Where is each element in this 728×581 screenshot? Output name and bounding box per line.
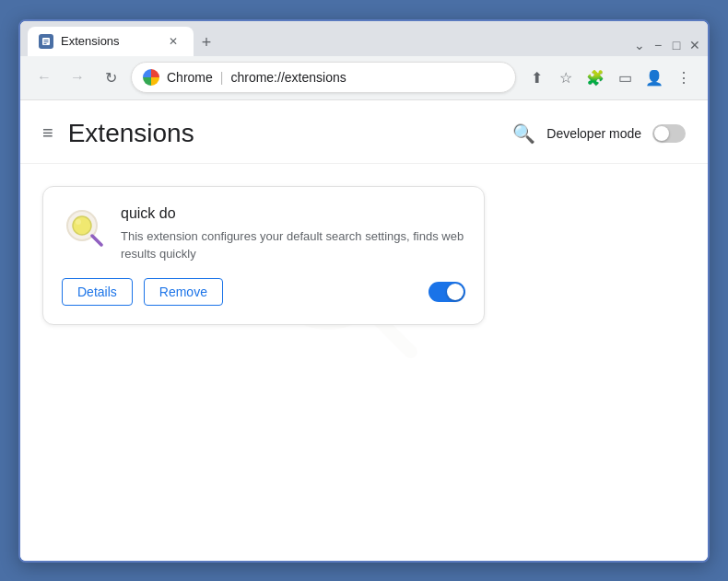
extension-enable-toggle[interactable]: [429, 282, 465, 302]
back-button[interactable]: ←: [31, 64, 57, 90]
extensions-button[interactable]: 🧩: [582, 64, 608, 90]
details-button[interactable]: Details: [62, 278, 133, 306]
reload-button[interactable]: ↻: [98, 64, 123, 90]
address-separator: |: [220, 70, 224, 85]
remove-button[interactable]: Remove: [144, 278, 223, 306]
tab-title: Extensions: [61, 34, 157, 48]
extension-icon: [62, 205, 106, 250]
new-tab-button[interactable]: +: [194, 30, 219, 56]
menu-button[interactable]: ⋮: [671, 64, 697, 90]
toggle-knob: [654, 126, 669, 141]
browser-name-text: Chrome: [167, 70, 213, 85]
extension-card-bottom: Details Remove: [62, 278, 465, 306]
active-tab[interactable]: Extensions ✕: [28, 27, 194, 56]
title-bar: Extensions ✕ + ⌄ − □ ✕: [20, 21, 708, 56]
maximize-button[interactable]: □: [671, 40, 682, 51]
page-content: ≡ Extensions 🔍 Developer mode TC: [20, 100, 708, 561]
developer-mode-toggle[interactable]: [652, 124, 686, 143]
extension-toggle-knob: [447, 284, 464, 300]
close-window-button[interactable]: ✕: [689, 40, 700, 51]
nav-actions: ⬆ ☆ 🧩 ▭ 👤 ⋮: [523, 64, 697, 90]
browser-window: Extensions ✕ + ⌄ − □ ✕ ← → ↻ Chrome | ch…: [18, 19, 710, 563]
svg-point-9: [76, 219, 81, 225]
forward-button[interactable]: →: [65, 64, 90, 90]
down-arrow-button[interactable]: ⌄: [634, 40, 645, 51]
minimize-button[interactable]: −: [652, 40, 663, 51]
address-bar[interactable]: Chrome | chrome://extensions: [131, 62, 516, 93]
profile-button[interactable]: 👤: [641, 64, 667, 90]
svg-line-10: [92, 236, 101, 245]
extension-card: quick do This extension configures your …: [42, 186, 485, 325]
svg-rect-2: [44, 41, 49, 42]
nav-bar: ← → ↻ Chrome | chrome://extensions ⬆ ☆ 🧩…: [20, 56, 708, 100]
extensions-list: TC risk.com: [20, 164, 708, 347]
search-button[interactable]: 🔍: [512, 122, 535, 145]
developer-mode-section: 🔍 Developer mode: [512, 122, 686, 145]
page-header: ≡ Extensions 🔍 Developer mode: [20, 100, 708, 164]
split-button[interactable]: ▭: [612, 64, 638, 90]
svg-rect-1: [44, 40, 49, 41]
address-url-text: chrome://extensions: [230, 70, 346, 85]
hamburger-menu-icon[interactable]: ≡: [42, 122, 53, 144]
share-button[interactable]: ⬆: [523, 64, 549, 90]
extension-name: quick do: [121, 205, 465, 222]
extension-info: quick do This extension configures your …: [121, 205, 465, 263]
extension-description: This extension configures your default s…: [121, 227, 465, 263]
tab-close-button[interactable]: ✕: [164, 32, 182, 51]
svg-rect-3: [44, 43, 47, 44]
window-controls: ⌄ − □ ✕: [634, 40, 700, 56]
chrome-logo-icon: [143, 69, 159, 86]
page-title: Extensions: [68, 119, 513, 148]
bookmark-button[interactable]: ☆: [553, 64, 579, 90]
developer-mode-label: Developer mode: [546, 126, 641, 141]
extension-card-top: quick do This extension configures your …: [62, 205, 465, 263]
tab-favicon: [39, 34, 53, 49]
svg-point-8: [73, 216, 91, 235]
